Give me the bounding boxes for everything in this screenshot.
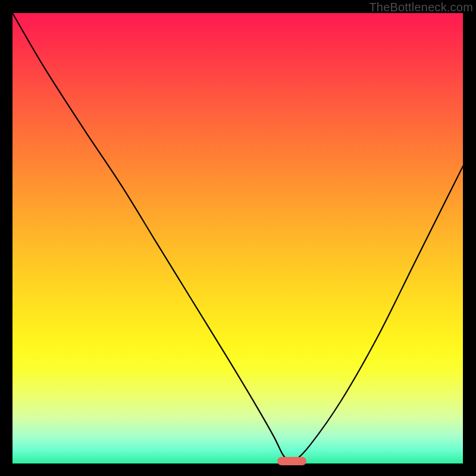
plot-frame bbox=[12, 13, 463, 464]
bottleneck-curve bbox=[12, 13, 463, 464]
watermark-text: TheBottleneck.com bbox=[369, 1, 473, 14]
minimum-marker bbox=[277, 457, 306, 465]
